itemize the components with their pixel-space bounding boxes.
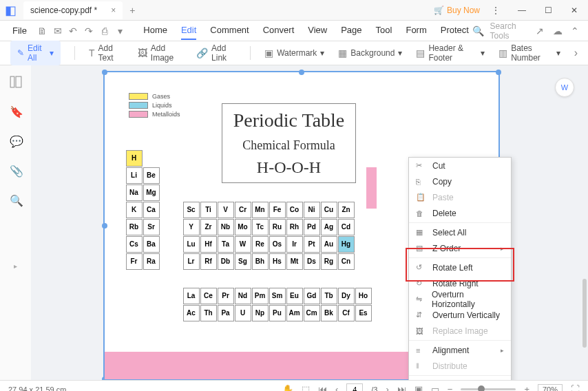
ctx-properties[interactable]: ⚙Properties — [409, 377, 511, 380]
tab-form[interactable]: Form — [406, 21, 426, 40]
element-cell: Rb — [126, 219, 143, 235]
undo-icon[interactable]: ↶ — [67, 23, 79, 39]
element-cell: Bh — [252, 253, 269, 270]
pink-band — [366, 167, 377, 209]
sidebar: 🔖 💬 📎 🔍 ▸ — [0, 65, 31, 380]
zoom-percent[interactable]: 70% — [538, 384, 563, 392]
search-panel-icon[interactable]: 🔍 — [10, 194, 22, 207]
app-logo: ◧ — [0, 0, 21, 21]
edit-toolbar: ✎ Edit All ▾ TAdd Text 🖼Add Image 🔗Add L… — [0, 41, 588, 65]
save-icon[interactable]: 🗎 — [36, 23, 48, 39]
hand-tool-icon[interactable]: ✋ — [282, 384, 293, 391]
edit-all-button[interactable]: ✎ Edit All ▾ — [10, 41, 61, 65]
ctx-cut[interactable]: ✂Cut — [409, 158, 511, 173]
file-menu[interactable]: File — [7, 23, 32, 39]
close-window-button[interactable]: ✕ — [564, 0, 585, 21]
redo-icon[interactable]: ↷ — [83, 23, 95, 39]
next-page-icon[interactable]: › — [386, 384, 388, 391]
swatch — [129, 102, 148, 109]
tab-home[interactable]: Home — [143, 21, 167, 40]
ctx-z-order[interactable]: ▧Z Order▸ — [409, 240, 511, 256]
maximize-button[interactable]: ☐ — [538, 0, 558, 21]
menu-icon[interactable]: ⋮ — [485, 0, 506, 21]
comment-icon[interactable]: 💬 — [10, 135, 22, 147]
zoom-thumb[interactable] — [478, 385, 485, 391]
element-cell: Cf — [338, 305, 355, 321]
bates-number-button[interactable]: ▥Bates Number ▾ — [498, 43, 560, 63]
vertical-scrollbar[interactable] — [582, 279, 587, 348]
ctx-rotate-left[interactable]: ↺Rotate Left — [409, 260, 511, 275]
tab-filename: science-copy.pdf * — [30, 6, 97, 15]
add-image-button[interactable]: 🖼Add Image — [138, 43, 182, 63]
add-text-button[interactable]: TAdd Text — [89, 43, 124, 63]
attachment-icon[interactable]: 📎 — [10, 165, 22, 177]
watermark-button[interactable]: ▣Watermark ▾ — [264, 47, 324, 59]
ctx-copy[interactable]: ⎘Copy — [409, 173, 511, 189]
resize-handle[interactable] — [496, 70, 501, 75]
element-cell: Ru — [269, 219, 286, 235]
replace-icon: 🖼 — [416, 327, 426, 335]
element-cell: Au — [321, 236, 337, 253]
add-link-button[interactable]: 🔗Add Link — [196, 43, 236, 63]
resize-handle[interactable] — [299, 70, 304, 75]
add-tab-button[interactable]: + — [129, 5, 135, 16]
last-page-icon[interactable]: ⏭ — [397, 384, 406, 391]
fit-page-icon[interactable]: ▣ — [414, 384, 423, 391]
element-cell: H — [126, 150, 143, 167]
element-cell: Zn — [338, 202, 355, 218]
tab-convert[interactable]: Convert — [263, 21, 295, 40]
ctx-delete[interactable]: 🗑Delete — [409, 205, 511, 221]
copy-icon: ⎘ — [416, 178, 426, 186]
element-cell: Pa — [218, 305, 234, 321]
page-number-input[interactable] — [346, 383, 363, 392]
tab-comment[interactable]: Comment — [210, 21, 249, 40]
prev-page-icon[interactable]: ‹ — [335, 384, 338, 391]
select-tool-icon[interactable]: ⬚ — [302, 384, 310, 391]
bookmark-icon[interactable]: 🔖 — [10, 105, 22, 118]
element-cell: Ho — [355, 288, 372, 304]
swatch — [129, 93, 148, 100]
rotate-right-icon: ↻ — [416, 279, 426, 288]
header-footer-button[interactable]: ▤Header & Footer ▾ — [416, 43, 485, 63]
ctx-overturn-h[interactable]: ⇋Overturn Horizontally — [409, 291, 511, 307]
print-icon[interactable]: ⎙ — [98, 23, 111, 39]
first-page-icon[interactable]: ⏮ — [318, 384, 327, 391]
tab-page[interactable]: Page — [341, 21, 361, 40]
tab-tool[interactable]: Tool — [376, 21, 392, 40]
zoom-in-icon[interactable]: + — [524, 384, 529, 391]
menu-tabs: Home Edit Comment Convert View Page Tool… — [143, 21, 469, 40]
search-icon[interactable]: 🔍 — [472, 23, 485, 39]
buy-now-link[interactable]: 🛒 Buy Now — [434, 6, 480, 15]
element-cell: Gd — [304, 288, 320, 304]
canvas-area[interactable]: Gases Liquids Metalloids Periodic Table … — [31, 65, 588, 380]
fullscreen-icon[interactable]: ⛶ — [571, 384, 580, 391]
share-icon[interactable]: ↗ — [534, 23, 546, 39]
minimize-button[interactable]: — — [512, 0, 532, 21]
tab-view[interactable]: View — [308, 21, 327, 40]
search-tools-input[interactable]: Search Tools — [490, 21, 528, 41]
dropdown-icon[interactable]: ▾ — [114, 23, 127, 39]
ctx-alignment[interactable]: ≡Alignment▸ — [409, 342, 511, 358]
resize-handle[interactable] — [102, 70, 107, 75]
ctx-select-all[interactable]: ▦Select All — [409, 224, 511, 240]
toolbar-next-icon[interactable]: › — [574, 47, 578, 59]
wps-badge-icon[interactable]: W — [555, 78, 574, 97]
collapse-icon[interactable]: ⌃ — [569, 23, 581, 39]
expand-sidebar-icon[interactable]: ▸ — [14, 262, 17, 270]
thumbnails-icon[interactable] — [10, 76, 22, 88]
element-cell: Ds — [304, 253, 320, 270]
zoom-slider[interactable] — [461, 388, 516, 390]
fit-width-icon[interactable]: ▭ — [431, 384, 439, 391]
legend: Gases Liquids Metalloids — [129, 93, 180, 120]
element-cell: Sc — [183, 202, 200, 218]
tab-protect[interactable]: Protect — [441, 21, 469, 40]
document-tab[interactable]: science-copy.pdf * × — [23, 1, 123, 19]
resize-handle[interactable] — [102, 223, 107, 229]
ctx-overturn-v[interactable]: ⇵Overturn Vertically — [409, 307, 511, 323]
close-tab-icon[interactable]: × — [111, 6, 116, 15]
cloud-icon[interactable]: ☁ — [552, 23, 564, 39]
background-button[interactable]: ▦Background ▾ — [338, 47, 402, 59]
mail-icon[interactable]: ✉ — [52, 23, 64, 39]
zoom-out-icon[interactable]: − — [448, 384, 453, 391]
tab-edit[interactable]: Edit — [181, 21, 196, 40]
